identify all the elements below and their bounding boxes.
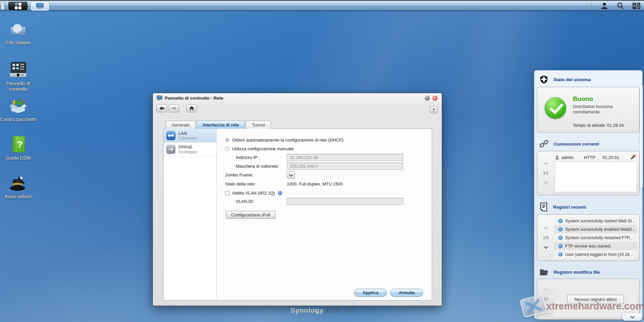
widget-title: Stato del sistema [553,77,591,82]
log-row[interactable]: FTP service was started. [554,242,637,250]
desktop-icon-dsm-help[interactable]: ? Guida DSM [0,135,36,161]
widget-collapse-tab[interactable] [623,313,642,321]
subnet-mask-label: Maschera di sottorete: [225,164,287,169]
log-row[interactable]: User [admin] logged in from [10.16... [554,250,637,259]
desktop-icon-package-center[interactable]: Centro pacchetti [0,96,36,122]
vlan-id-input[interactable] [287,198,403,205]
radio-manual-control[interactable] [225,147,229,151]
log-row[interactable]: System successfully restarted FTP... [554,233,637,242]
radio-dhcp[interactable]: Ottieni automaticamente la configurazion… [225,137,426,144]
jumbo-frame-label: Jumbo Frame: [225,172,287,177]
desktop-icon-label: Guida DSM [0,155,36,161]
page-down-icon[interactable] [544,245,548,249]
desktop-icon-file-station[interactable]: File Station [0,19,36,46]
control-panel-window: Pannello di controllo - Rete ? Generale [153,93,442,306]
minimize-button[interactable] [425,96,430,101]
info-icon[interactable] [278,191,282,195]
dsm-help-icon: ? [9,135,28,154]
connections-panel: 1/1 admin HTTP 01:20:51 [537,151,640,195]
pilot-view-icon[interactable] [632,2,641,9]
vlan-checkbox[interactable] [225,191,229,195]
page-indicator: 0/0 [543,297,549,302]
page-up-icon[interactable] [544,288,548,292]
tab-interfaccia-di-rete[interactable]: Interfaccia di rete [197,120,245,129]
quick-start-icon [9,173,28,192]
close-button[interactable] [432,96,437,101]
desktop-icon-control-panel[interactable]: Pannello di controllo [0,60,36,92]
connection-protocol: HTTP [584,155,595,160]
system-health-panel: Buono DiskStation funziona correttamente… [537,87,640,132]
lan-icon [166,131,175,140]
interface-name: PPPoE [178,145,197,150]
control-panel-desktop-icon [9,60,28,79]
window-icon [157,96,162,101]
apply-button[interactable]: Applica [354,289,387,297]
network-form: Ottieni automaticamente la configurazion… [225,137,426,219]
radio-manual[interactable]: Utilizza configurazione manuale [225,145,426,152]
search-icon[interactable] [616,2,624,10]
cancel-button[interactable]: Annulla [390,289,423,297]
connections-pagination: 1/1 [537,151,554,195]
vlan-checkbox-row[interactable]: Abilita VLAN (802.1Q) [225,190,426,197]
file-log-pagination: 0/0 [537,279,554,319]
page-indicator: 1/5 [543,235,549,240]
widget-title: Registri recenti [553,205,586,210]
brand-name: Synology [290,306,324,314]
desktop-icon-quick-start[interactable]: Avvio veloce [0,173,36,200]
connection-time: 01:20:51 [602,155,620,160]
desktop-icon-label: Pannello di controllo [0,81,36,92]
network-status-value: 1000, Full duplex, MTU 1500 [287,181,343,186]
interface-item-lan[interactable]: LAN Connesso [164,129,216,143]
log-row[interactable]: System successfully started Web St... [554,217,637,225]
tab-tunnel[interactable]: Tunnel [246,121,271,129]
info-icon [558,244,562,248]
show-desktop-button[interactable] [1,2,5,10]
widget-scrollbar[interactable] [640,85,643,188]
main-menu-button[interactable] [8,2,28,10]
forward-button[interactable] [169,104,179,112]
forward-arrow-icon [171,106,177,110]
user-icon[interactable] [600,2,608,10]
ipv6-config-button[interactable]: Configurazione IPv6 [226,211,276,219]
svg-text:?: ? [17,139,22,150]
connection-row[interactable]: admin HTTP 01:20:51 [554,154,637,161]
link-icon [539,140,549,148]
logs-header: Registri recenti [534,198,642,214]
health-ok-icon [545,97,566,119]
page-down-icon[interactable] [544,306,548,310]
page-up-icon[interactable] [544,227,548,231]
ip-label: Indirizzo IP : [225,155,287,160]
subnet-mask-input[interactable]: 255.255.248.0 [287,163,403,170]
ip-input[interactable]: 10.164.233.38 [287,154,403,161]
page-indicator: 1/1 [543,171,549,175]
window-titlebar[interactable]: Pannello di controllo - Rete [157,96,223,101]
file-log-area: Nessun registro attivo [554,281,637,317]
home-button[interactable] [186,104,197,112]
health-description: DiskStation funziona correttamente. [573,104,633,115]
help-button[interactable]: ? [430,106,437,113]
logs-panel: 1/5 System successfully started Web St..… [537,214,640,261]
info-icon [558,227,562,231]
disconnect-icon[interactable] [630,155,636,160]
no-active-log-button: Nessun registro attivo [567,295,624,304]
taskbar-right [591,1,641,10]
taskbar-divider [591,2,592,10]
radio-dhcp-control[interactable] [225,138,229,142]
desktop: File Station Pannello di controllo [0,0,644,322]
back-button[interactable] [157,104,167,112]
page-down-icon[interactable] [544,180,548,184]
main-menu-icon [15,3,21,9]
taskbar-item-control-panel[interactable] [31,1,49,10]
page-up-icon[interactable] [544,162,548,166]
window-toolbar [157,104,197,112]
interface-item-pppoe[interactable]: PPPoE Scollegato [164,143,216,156]
chevron-down-icon [289,172,293,177]
widget-title: Connessioni correnti [554,142,599,147]
jumbo-frame-select[interactable] [287,171,295,178]
tab-generale[interactable]: Generale [166,121,196,129]
brand-version: DSM 4.0 [326,307,354,314]
log-row[interactable]: System successfully enabled WebD... [554,225,637,233]
taskbar [0,0,644,10]
window-footer: Applica Annulla [354,289,423,297]
health-status: Buono [573,95,593,103]
